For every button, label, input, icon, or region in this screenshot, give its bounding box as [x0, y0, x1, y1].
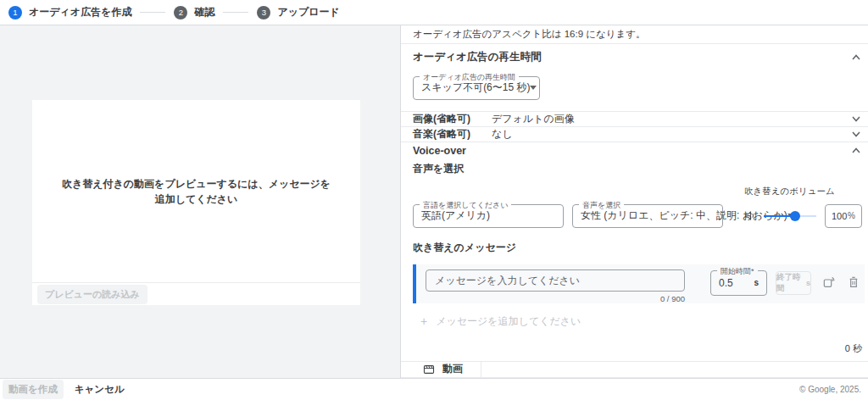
message-input-wrap: 0 / 900 — [426, 269, 685, 303]
play-voice-button[interactable] — [822, 275, 836, 289]
volume-value: 100 — [832, 211, 847, 221]
end-time-unit: s — [806, 279, 810, 287]
add-message-button[interactable]: + メッセージを追加してください — [420, 314, 862, 329]
preview-body: 吹き替え付きの動画をプレビューするには、メッセージを追加してください — [32, 100, 360, 282]
cancel-button[interactable]: キャンセル — [75, 383, 125, 396]
voice-select[interactable]: 音声を選択 女性 (カリロエ、ピッチ: 中、説明: おおらか) — [572, 204, 723, 228]
chevron-down-icon[interactable] — [850, 113, 862, 125]
volume-slider-thumb[interactable] — [790, 211, 800, 221]
chevron-up-icon[interactable] — [850, 145, 862, 157]
add-message-label: メッセージを追加してください — [436, 314, 581, 329]
step-confirm[interactable]: 2 確認 — [174, 5, 214, 19]
duration-section-title: オーディオ広告の再生時間 — [413, 50, 541, 64]
voice-select-label: 音声を選択 — [579, 200, 624, 211]
movie-icon — [423, 364, 435, 375]
audio-ad-creation-page: 1 オーディオ広告を作成 2 確認 3 アップロード 吹き替え付きの動画をプレビ… — [0, 0, 868, 400]
load-preview-button[interactable]: プレビューの読み込み — [37, 285, 147, 304]
language-select[interactable]: 言語を選択してください 英語(アメリカ) — [413, 204, 564, 228]
image-row-label: 画像(省略可) — [413, 112, 492, 126]
video-track-body[interactable] — [481, 362, 868, 377]
char-counter: 0 / 900 — [660, 294, 685, 303]
start-time-label: 開始時間* — [717, 266, 758, 277]
play-voice-icon — [822, 275, 836, 289]
music-row[interactable]: 音楽(省略可) なし — [401, 127, 868, 142]
delete-message-button[interactable] — [847, 275, 860, 289]
create-video-button[interactable]: 動画を作成 — [3, 380, 64, 399]
preview-empty-message: 吹き替え付きの動画をプレビューするには、メッセージを追加してください — [58, 176, 335, 207]
start-time-unit: s — [754, 278, 759, 287]
chevron-up-icon[interactable] — [850, 52, 862, 64]
preview-pane: 吹き替え付きの動画をプレビューするには、メッセージを追加してください プレビュー… — [0, 25, 401, 378]
step-3-label: アップロード — [277, 5, 339, 19]
copyright-text: © Google, 2025. — [799, 385, 861, 394]
language-select-value: 英語(アメリカ) — [421, 208, 490, 223]
dropdown-arrow-icon — [530, 86, 537, 90]
voiceover-section-title: Voice-over — [413, 145, 466, 157]
step-create-audio-ad[interactable]: 1 オーディオ広告を作成 — [8, 5, 131, 19]
duration-select-label: オーディオ広告の再生時間 — [420, 72, 519, 83]
start-time-field[interactable]: 開始時間* 0.5 s — [710, 270, 767, 296]
volume-value-field[interactable]: 100 % — [825, 204, 862, 228]
video-track-header[interactable]: 動画 — [401, 362, 481, 377]
volume-slider[interactable] — [764, 211, 816, 221]
duration-select-value: スキップ不可(6〜15 秒) — [421, 81, 530, 95]
voiceover-message-row: 0 / 900 開始時間* 0.5 s 終了時間 s — [413, 264, 865, 303]
voiceover-section-body: 音声を選択 言語を選択してください 英語(アメリカ) 音声を選択 女性 (カリロ… — [401, 160, 868, 361]
chevron-down-icon[interactable] — [850, 128, 862, 140]
end-time-field: 終了時間 s — [776, 271, 811, 295]
music-row-label: 音楽(省略可) — [413, 127, 492, 142]
voiceover-section-header[interactable]: Voice-over — [401, 142, 868, 160]
voice-select-value: 女性 (カリロエ、ピッチ: 中、説明: おおらか) — [581, 208, 787, 223]
volume-unit: % — [848, 211, 855, 220]
step-connector — [140, 12, 165, 13]
volume-label: 吹き替えのボリューム — [744, 186, 862, 197]
wizard-stepper: 1 オーディオ広告を作成 2 確認 3 アップロード — [0, 0, 868, 25]
video-preview-card: 吹き替え付きの動画をプレビューするには、メッセージを追加してください プレビュー… — [32, 100, 360, 305]
start-time-value: 0.5 — [719, 277, 733, 289]
footer-bar: 動画を作成 キャンセル © Google, 2025. — [0, 378, 868, 400]
trash-icon — [847, 275, 860, 289]
end-time-label: 終了時間 — [776, 272, 804, 294]
step-upload[interactable]: 3 アップロード — [257, 5, 339, 19]
step-2-label: 確認 — [194, 5, 214, 19]
message-input[interactable] — [426, 269, 685, 292]
duration-section: オーディオ広告の再生時間 オーディオ広告の再生時間 スキップ不可(6〜15 秒) — [401, 44, 868, 112]
step-1-label: オーディオ広告を作成 — [29, 5, 131, 19]
duration-section-header[interactable]: オーディオ広告の再生時間 — [413, 44, 862, 71]
image-row[interactable]: 画像(省略可) デフォルトの画像 — [401, 112, 868, 127]
step-1-circle: 1 — [8, 6, 22, 19]
messages-heading: 吹き替えのメッセージ — [413, 241, 862, 255]
settings-panel: オーディオ広告のアスペクト比は 16:9 になります。 オーディオ広告の再生時間… — [401, 25, 868, 378]
image-row-value: デフォルトの画像 — [492, 112, 850, 126]
aspect-ratio-note: オーディオ広告のアスペクト比は 16:9 になります。 — [401, 25, 868, 44]
step-2-circle: 2 — [174, 6, 187, 19]
video-track-label: 動画 — [442, 362, 463, 376]
step-connector — [223, 12, 248, 13]
timeline: 動画 — [401, 361, 868, 378]
preview-footer: プレビューの読み込み — [32, 282, 360, 305]
main-content: 吹き替え付きの動画をプレビューするには、メッセージを追加してください プレビュー… — [0, 25, 868, 378]
voice-fields-row: 言語を選択してください 英語(アメリカ) 音声を選択 女性 (カリロエ、ピッチ:… — [413, 186, 862, 228]
plus-icon: + — [420, 314, 427, 328]
total-duration: 0 秒 — [413, 342, 862, 355]
voice-select-heading: 音声を選択 — [413, 162, 862, 176]
music-row-value: なし — [492, 127, 850, 142]
language-select-label: 言語を選択してください — [420, 200, 511, 211]
step-3-circle: 3 — [257, 6, 270, 19]
duration-select[interactable]: オーディオ広告の再生時間 スキップ不可(6〜15 秒) — [413, 76, 540, 100]
